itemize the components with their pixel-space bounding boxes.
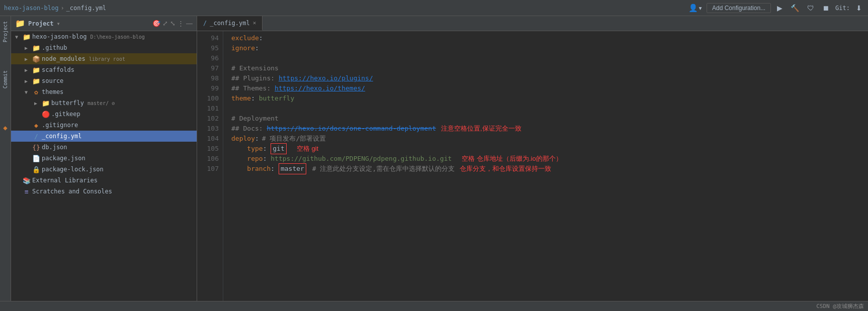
code-104-colon: : (255, 134, 259, 144)
annotation-106: 空格 仓库地址（后缀为.io的那个） (462, 154, 562, 164)
scaffolds-arrow: ▶ (25, 67, 31, 73)
root-path: D:\hexo-jason-blog (90, 34, 144, 40)
csdn-label: CSDN @攻城狮杰森 (816, 302, 864, 310)
line-num-103: 103 (197, 124, 219, 134)
git-download-button[interactable]: ⬇ (854, 3, 864, 13)
panel-shrink-button[interactable]: ⤡ (170, 20, 176, 27)
code-line-104: deploy: # 项目发布/部署设置 (231, 134, 868, 144)
db-label: db.json (42, 144, 67, 151)
code-103-link: https://hexo.io/docs/one-command-deploym… (267, 124, 436, 134)
panel-title-sep: ▾ (57, 20, 60, 27)
lock-icon: 🔒 (32, 166, 40, 173)
project-tab[interactable]: Project (2, 18, 9, 45)
line-num-96: 96 (197, 53, 219, 63)
code-105-val-box: git (271, 143, 286, 154)
scratch-icon: ≡ (23, 188, 31, 195)
tree-item-github[interactable]: ▶ 📁 .github (11, 42, 197, 53)
gitkeep-label: .gitkeep (51, 111, 80, 118)
stop-button[interactable]: ⏹ (820, 3, 831, 13)
code-100-key: theme (231, 93, 251, 103)
lock-label: package-lock.json (42, 166, 104, 173)
github-icon: 📁 (32, 44, 40, 52)
user-icon[interactable]: 👤▾ (688, 4, 703, 13)
tab-yaml-icon: / (203, 20, 207, 27)
db-icon: {} (32, 144, 40, 151)
gitignore-label: .gitignore (42, 122, 78, 129)
panel-locate-button[interactable]: 🎯 (152, 20, 160, 27)
extlib-label: External Libraries (32, 177, 98, 184)
code-107-colon: : (271, 164, 279, 174)
annotation-105: 空格 git (297, 144, 318, 154)
code-line-101 (231, 103, 868, 114)
file-tree: ▼ 📁 hexo-jason-blog D:\hexo-jason-blog ▶… (11, 31, 197, 301)
breadcrumb-project[interactable]: hexo-jason-blog (4, 5, 58, 12)
breadcrumb-sep1: › (60, 5, 64, 12)
code-line-98: ## Plugins: https://hexo.io/plugins/ (231, 73, 868, 83)
build-button[interactable]: 🔨 (789, 3, 801, 13)
tree-item-node-modules[interactable]: ▶ 📦 node_modules library root (11, 53, 197, 64)
panel-header-icons: 🎯 ⤢ ⤡ ⋮ — (152, 20, 193, 27)
panel-settings-button[interactable]: ⋮ (178, 20, 184, 27)
node-modules-label: node_modules (42, 55, 85, 62)
bottom-bar: CSDN @攻城狮杰森 (0, 301, 868, 311)
code-95-colon: : (255, 43, 259, 53)
themes-label: themes (42, 88, 63, 95)
code-107-indent (231, 164, 247, 174)
line-num-105: 105 (197, 144, 219, 154)
themes-arrow: ▼ (25, 89, 31, 95)
annotation-103: 注意空格位置,保证完全一致 (441, 124, 522, 134)
node-arrow: ▶ (25, 56, 31, 62)
run-button[interactable]: ▶ (775, 3, 785, 13)
coverage-button[interactable]: 🛡 (805, 3, 816, 13)
root-folder-icon: 📁 (23, 33, 31, 41)
breadcrumb-file: _config.yml (66, 5, 106, 12)
tree-item-package-lock[interactable]: ▶ 🔒 package-lock.json (11, 164, 197, 175)
github-arrow: ▶ (25, 45, 31, 51)
line-num-101: 101 (197, 103, 219, 114)
folder-icon: 📁 (15, 19, 25, 28)
tree-item-package-json[interactable]: ▶ 📄 package.json (11, 153, 197, 164)
code-98-link: https://hexo.io/plugins/ (279, 73, 373, 83)
code-line-97: # Extensions (231, 63, 868, 73)
code-106-key: repo (247, 154, 263, 164)
gitkeep-icon: 🔴 (42, 111, 50, 118)
code-95-key: ignore (231, 43, 255, 53)
tree-item-config-yml[interactable]: ▶ / _config.yml (11, 131, 197, 142)
tree-item-butterfly[interactable]: ▶ 📁 butterfly master/ ⊘ (11, 97, 197, 109)
tree-item-scaffolds[interactable]: ▶ 📁 scaffolds (11, 64, 197, 75)
tree-item-source[interactable]: ▶ 📁 source (11, 75, 197, 86)
code-106-indent (231, 154, 247, 164)
code-94-key: exclude (231, 33, 259, 43)
editor-tab-config[interactable]: / _config.yml ✕ (197, 16, 263, 31)
left-vertical-tabs: Project Commit ◆ (0, 16, 11, 301)
code-line-107: branch: master # 注意此处分支设定,需在仓库中选择默认的分支 仓… (231, 164, 868, 174)
themes-icon: ✿ (32, 88, 40, 96)
tree-item-gitignore[interactable]: ▶ ◆ .gitignore (11, 120, 197, 131)
editor-tabs: / _config.yml ✕ (197, 16, 868, 31)
git-label: Git: (835, 5, 850, 12)
line-num-107: 107 (197, 164, 219, 174)
add-config-button[interactable]: Add Configuration... (707, 3, 771, 13)
source-icon: 📁 (32, 77, 40, 85)
panel-close-button[interactable]: — (186, 20, 193, 27)
tree-item-gitkeep[interactable]: ▶ 🔴 .gitkeep (11, 109, 197, 120)
tree-item-db-json[interactable]: ▶ {} db.json (11, 142, 197, 153)
annotation-107: 仓库分支，和仓库设置保持一致 (460, 164, 551, 174)
line-num-104: 104 (197, 134, 219, 144)
code-line-99: ## Themes: https://hexo.io/themes/ (231, 83, 868, 93)
code-content[interactable]: exclude: ignore: # Extensions ## Plugins… (223, 31, 868, 301)
config-label: _config.yml (42, 133, 81, 140)
commit-tab[interactable]: Commit (2, 67, 9, 91)
tab-close-button[interactable]: ✕ (253, 20, 256, 26)
source-label: source (42, 77, 63, 84)
tree-item-scratches[interactable]: ▶ ≡ Scratches and Consoles (11, 186, 197, 197)
tree-root[interactable]: ▼ 📁 hexo-jason-blog D:\hexo-jason-blog (11, 31, 197, 42)
panel-expand-button[interactable]: ⤢ (162, 20, 168, 27)
config-icon: / (32, 133, 40, 140)
code-line-95: ignore: (231, 43, 868, 53)
tree-item-external-libs[interactable]: ▶ 📚 External Libraries (11, 175, 197, 186)
code-105-key: type (247, 144, 263, 154)
code-line-105: type: git 空格 git (231, 144, 868, 154)
tree-item-themes[interactable]: ▼ ✿ themes (11, 86, 197, 97)
root-label: hexo-jason-blog (32, 33, 86, 40)
